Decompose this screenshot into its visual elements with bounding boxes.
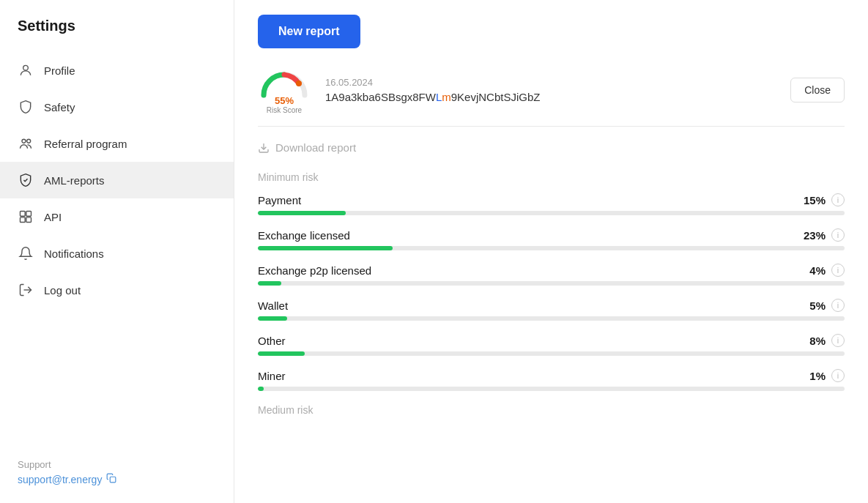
svg-point-9: [296, 81, 302, 86]
report-header: 55% Risk Score 16.05.2024 1A9a3kba6SBsgx…: [258, 66, 845, 114]
risk-item-wallet-pct: 5%: [809, 299, 826, 312]
sidebar-item-aml-label: AML-reports: [44, 174, 105, 187]
progress-bar-fill-wallet: [258, 316, 287, 321]
progress-bar-bg-exchange-p2p: [258, 281, 845, 286]
bell-icon: [18, 245, 34, 261]
info-icon-other[interactable]: i: [831, 334, 845, 347]
shield-icon: [18, 99, 34, 115]
risk-item-exchange-p2p-pct: 4%: [809, 264, 826, 277]
sidebar: Settings Profile Safety Referral program…: [0, 0, 234, 503]
progress-bar-fill-payment: [258, 211, 346, 215]
risk-item-payment-label: Payment: [258, 194, 301, 206]
risk-gauge-container: 55% Risk Score: [258, 66, 311, 114]
report-date: 16.05.2024: [325, 77, 540, 88]
progress-bar-bg-miner: [258, 387, 845, 391]
sidebar-item-notifications[interactable]: Notifications: [0, 235, 234, 272]
info-icon-exchange-p2p[interactable]: i: [831, 264, 845, 277]
support-label: Support: [18, 459, 216, 470]
main-content: New report 55% Risk Score: [234, 0, 868, 503]
download-label: Download report: [275, 141, 356, 154]
risk-item-other-label: Other: [258, 335, 286, 347]
hash-text-2: 9KevjNCbtSJiGbZ: [451, 91, 541, 103]
sidebar-item-safety-label: Safety: [44, 101, 75, 113]
progress-bar-fill-exchange-p2p: [258, 281, 281, 286]
sidebar-item-notifications-label: Notifications: [44, 247, 104, 260]
hash-text-1: 1A9a3kba6SBsgx8FW: [325, 91, 436, 103]
report-info: 16.05.2024 1A9a3kba6SBsgx8FWLm9KevjNCbtS…: [325, 77, 540, 103]
progress-bar-bg-wallet: [258, 316, 845, 321]
sidebar-item-api-label: API: [44, 211, 62, 223]
risk-item-exchange-licensed-label: Exchange licensed: [258, 229, 350, 242]
minimum-risk-section: Minimum risk Payment 15% i Exchange lice…: [258, 171, 845, 391]
sidebar-item-aml[interactable]: AML-reports: [0, 162, 234, 198]
risk-score-sublabel: Risk Score: [267, 106, 302, 114]
svg-rect-5: [21, 217, 26, 223]
risk-item-miner-label: Miner: [258, 370, 286, 382]
risk-item-exchange-licensed-pct: 23%: [804, 229, 826, 242]
risk-item-wallet-label: Wallet: [258, 299, 288, 312]
divider: [258, 126, 845, 127]
risk-item-wallet: Wallet 5% i: [258, 299, 845, 321]
risk-gauge: [258, 66, 311, 98]
svg-rect-8: [111, 477, 116, 482]
sidebar-item-profile[interactable]: Profile: [0, 52, 234, 89]
api-icon: [18, 209, 34, 225]
svg-rect-4: [26, 212, 31, 217]
progress-bar-fill-other: [258, 351, 305, 356]
progress-bar-fill-miner: [258, 387, 264, 391]
progress-bar-bg-other: [258, 351, 845, 356]
progress-bar-bg-exchange-licensed: [258, 246, 845, 250]
sidebar-item-logout[interactable]: Log out: [0, 272, 234, 308]
minimum-risk-title: Minimum risk: [258, 171, 845, 183]
sidebar-nav: Profile Safety Referral program AML-repo…: [0, 52, 234, 444]
risk-item-exchange-p2p-label: Exchange p2p licensed: [258, 264, 371, 277]
sidebar-item-api[interactable]: API: [0, 198, 234, 235]
sidebar-item-profile-label: Profile: [44, 64, 75, 77]
hash-text-blue: L: [436, 91, 442, 103]
risk-item-miner-pct: 1%: [809, 370, 826, 382]
people-icon: [18, 135, 34, 152]
risk-item-miner: Miner 1% i: [258, 369, 845, 391]
download-report-button[interactable]: Download report: [258, 141, 356, 154]
info-icon-payment[interactable]: i: [831, 193, 845, 206]
sidebar-item-safety[interactable]: Safety: [0, 89, 234, 125]
copy-icon[interactable]: [106, 473, 116, 485]
sidebar-title: Settings: [0, 18, 234, 52]
info-icon-wallet[interactable]: i: [831, 299, 845, 312]
person-icon: [18, 62, 34, 78]
report-hash: 1A9a3kba6SBsgx8FWLm9KevjNCbtSJiGbZ: [325, 91, 540, 103]
sidebar-item-referral-label: Referral program: [44, 138, 127, 150]
svg-rect-6: [26, 217, 31, 223]
risk-item-other-pct: 8%: [809, 335, 826, 347]
download-icon: [258, 142, 270, 154]
support-section: Support support@tr.energy: [0, 444, 234, 485]
svg-rect-3: [21, 212, 26, 217]
svg-point-2: [27, 139, 31, 143]
medium-risk-title: Medium risk: [258, 404, 845, 416]
risk-item-exchange-licensed: Exchange licensed 23% i: [258, 228, 845, 250]
new-report-button[interactable]: New report: [258, 15, 360, 48]
sidebar-item-referral[interactable]: Referral program: [0, 125, 234, 162]
logout-icon: [18, 282, 34, 298]
svg-point-1: [22, 139, 26, 143]
sidebar-item-logout-label: Log out: [44, 284, 81, 297]
risk-item-exchange-p2p: Exchange p2p licensed 4% i: [258, 264, 845, 286]
close-button[interactable]: Close: [790, 78, 845, 103]
progress-bar-fill-exchange-licensed: [258, 246, 393, 250]
info-icon-miner[interactable]: i: [831, 369, 845, 382]
progress-bar-bg-payment: [258, 211, 845, 215]
support-email[interactable]: support@tr.energy: [18, 473, 216, 485]
hash-text-red: m: [442, 91, 451, 103]
shield-check-icon: [18, 172, 34, 188]
info-icon-exchange-licensed[interactable]: i: [831, 228, 845, 242]
svg-point-0: [23, 65, 29, 70]
risk-item-other: Other 8% i: [258, 334, 845, 356]
risk-item-payment: Payment 15% i: [258, 193, 845, 215]
risk-item-payment-pct: 15%: [804, 194, 826, 206]
